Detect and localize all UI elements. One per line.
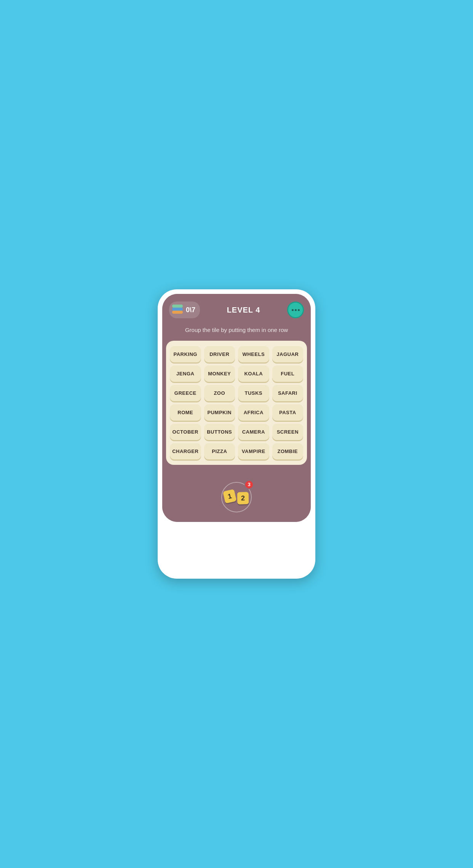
dot-1: [292, 309, 294, 311]
tile-jenga[interactable]: JENGA: [170, 365, 201, 382]
tile-driver[interactable]: DRIVER: [204, 346, 235, 362]
tile-october[interactable]: OCTOBER: [170, 424, 201, 440]
tile-charger[interactable]: CHARGER: [170, 443, 201, 460]
tile-rome[interactable]: ROME: [170, 404, 201, 421]
tile-fuel[interactable]: FUEL: [272, 365, 304, 382]
tile-greece[interactable]: GREECE: [170, 385, 201, 401]
dot-3: [298, 309, 300, 311]
phone-frame: 0\7 LEVEL 4 Group the tile by putting th…: [158, 289, 315, 579]
tile-zombie[interactable]: ZOMBIE: [272, 443, 304, 460]
number-badge-container: 1 2 3: [219, 480, 254, 514]
tile-screen[interactable]: SCREEN: [272, 424, 304, 440]
tile-tusks[interactable]: TUSKS: [238, 385, 269, 401]
tile-monkey[interactable]: MONKEY: [204, 365, 235, 382]
num-tile-2[interactable]: 2: [237, 492, 249, 504]
menu-button[interactable]: [287, 302, 304, 318]
bottom-area: 1 2 3: [162, 469, 311, 522]
num-tiles: 1 2: [224, 490, 249, 504]
layer-top-icon: [172, 305, 183, 308]
tile-safari[interactable]: SAFARI: [272, 385, 304, 401]
num-tile-1[interactable]: 1: [223, 489, 237, 503]
layer-mid-icon: [172, 308, 183, 311]
layer-bot-icon: [172, 311, 183, 314]
tile-africa[interactable]: AFRICA: [238, 404, 269, 421]
grid-container: PARKINGDRIVERWHEELSJAGUARJENGAMONKEYKOAL…: [166, 341, 307, 465]
tile-grid: PARKINGDRIVERWHEELSJAGUARJENGAMONKEYKOAL…: [170, 346, 303, 460]
score-badge: 0\7: [169, 302, 200, 318]
tile-buttons[interactable]: BUTTONS: [204, 424, 235, 440]
tile-pumpkin[interactable]: PUMPKIN: [204, 404, 235, 421]
subtitle-text: Group the tile by putting them in one ro…: [162, 324, 311, 341]
score-text: 0\7: [186, 306, 195, 314]
tile-vampire[interactable]: VAMPIRE: [238, 443, 269, 460]
header: 0\7 LEVEL 4: [162, 294, 311, 324]
tile-pizza[interactable]: PIZZA: [204, 443, 235, 460]
dot-2: [295, 309, 297, 311]
tile-parking[interactable]: PARKING: [170, 346, 201, 362]
tile-zoo[interactable]: ZOO: [204, 385, 235, 401]
level-title: LEVEL 4: [227, 306, 260, 314]
tile-camera[interactable]: CAMERA: [238, 424, 269, 440]
phone-inner: 0\7 LEVEL 4 Group the tile by putting th…: [162, 294, 311, 522]
dots-icon: [292, 309, 300, 311]
tile-wheels[interactable]: WHEELS: [238, 346, 269, 362]
tile-jaguar[interactable]: JAGUAR: [272, 346, 304, 362]
notification-badge: 3: [244, 480, 254, 489]
tile-koala[interactable]: KOALA: [238, 365, 269, 382]
tile-pasta[interactable]: PASTA: [272, 404, 304, 421]
layers-icon: [171, 304, 184, 316]
